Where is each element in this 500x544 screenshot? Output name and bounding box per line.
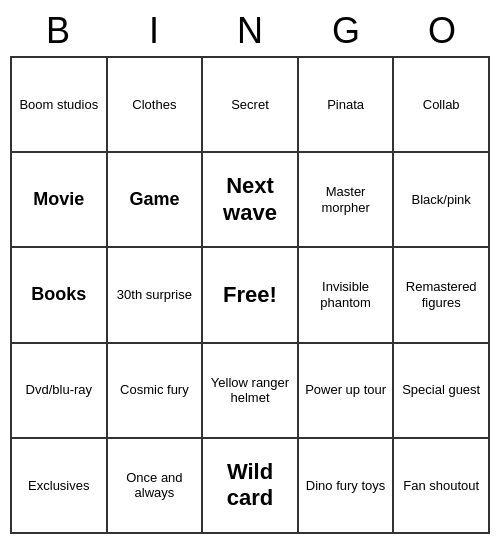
cell-text-3: Pinata [327, 97, 364, 113]
cell-text-0: Boom studios [19, 97, 98, 113]
cell-text-16: Cosmic fury [120, 382, 189, 398]
cell-text-15: Dvd/blu-ray [26, 382, 92, 398]
bingo-grid: Boom studiosClothesSecretPinataCollabMov… [10, 56, 490, 534]
bingo-cell-23[interactable]: Dino fury toys [299, 439, 395, 534]
cell-text-11: 30th surprise [117, 287, 192, 303]
cell-text-17: Yellow ranger helmet [207, 375, 293, 406]
cell-text-18: Power up tour [305, 382, 386, 398]
bingo-cell-22[interactable]: Wild card [203, 439, 299, 534]
bingo-cell-16[interactable]: Cosmic fury [108, 344, 204, 439]
cell-text-9: Black/pink [412, 192, 471, 208]
cell-text-19: Special guest [402, 382, 480, 398]
cell-text-7: Next wave [207, 173, 293, 226]
bingo-cell-2[interactable]: Secret [203, 58, 299, 153]
letter-o: O [394, 10, 490, 52]
bingo-cell-8[interactable]: Master morpher [299, 153, 395, 248]
cell-text-10: Books [31, 284, 86, 306]
bingo-cell-1[interactable]: Clothes [108, 58, 204, 153]
bingo-cell-9[interactable]: Black/pink [394, 153, 490, 248]
bingo-cell-7[interactable]: Next wave [203, 153, 299, 248]
letter-i: I [106, 10, 202, 52]
bingo-cell-11[interactable]: 30th surprise [108, 248, 204, 343]
cell-text-12: Free! [223, 282, 277, 308]
cell-text-14: Remastered figures [398, 279, 484, 310]
cell-text-6: Game [129, 189, 179, 211]
bingo-title: B I N G O [10, 10, 490, 52]
bingo-cell-10[interactable]: Books [12, 248, 108, 343]
bingo-cell-5[interactable]: Movie [12, 153, 108, 248]
bingo-cell-3[interactable]: Pinata [299, 58, 395, 153]
cell-text-21: Once and always [112, 470, 198, 501]
bingo-cell-17[interactable]: Yellow ranger helmet [203, 344, 299, 439]
cell-text-22: Wild card [207, 459, 293, 512]
cell-text-24: Fan shoutout [403, 478, 479, 494]
bingo-cell-12[interactable]: Free! [203, 248, 299, 343]
bingo-cell-19[interactable]: Special guest [394, 344, 490, 439]
bingo-cell-4[interactable]: Collab [394, 58, 490, 153]
cell-text-1: Clothes [132, 97, 176, 113]
cell-text-4: Collab [423, 97, 460, 113]
cell-text-20: Exclusives [28, 478, 89, 494]
bingo-cell-14[interactable]: Remastered figures [394, 248, 490, 343]
bingo-cell-0[interactable]: Boom studios [12, 58, 108, 153]
cell-text-13: Invisible phantom [303, 279, 389, 310]
cell-text-23: Dino fury toys [306, 478, 385, 494]
cell-text-5: Movie [33, 189, 84, 211]
bingo-cell-21[interactable]: Once and always [108, 439, 204, 534]
cell-text-8: Master morpher [303, 184, 389, 215]
bingo-cell-6[interactable]: Game [108, 153, 204, 248]
bingo-cell-20[interactable]: Exclusives [12, 439, 108, 534]
letter-g: G [298, 10, 394, 52]
bingo-cell-24[interactable]: Fan shoutout [394, 439, 490, 534]
letter-n: N [202, 10, 298, 52]
bingo-cell-15[interactable]: Dvd/blu-ray [12, 344, 108, 439]
cell-text-2: Secret [231, 97, 269, 113]
bingo-cell-13[interactable]: Invisible phantom [299, 248, 395, 343]
letter-b: B [10, 10, 106, 52]
bingo-cell-18[interactable]: Power up tour [299, 344, 395, 439]
